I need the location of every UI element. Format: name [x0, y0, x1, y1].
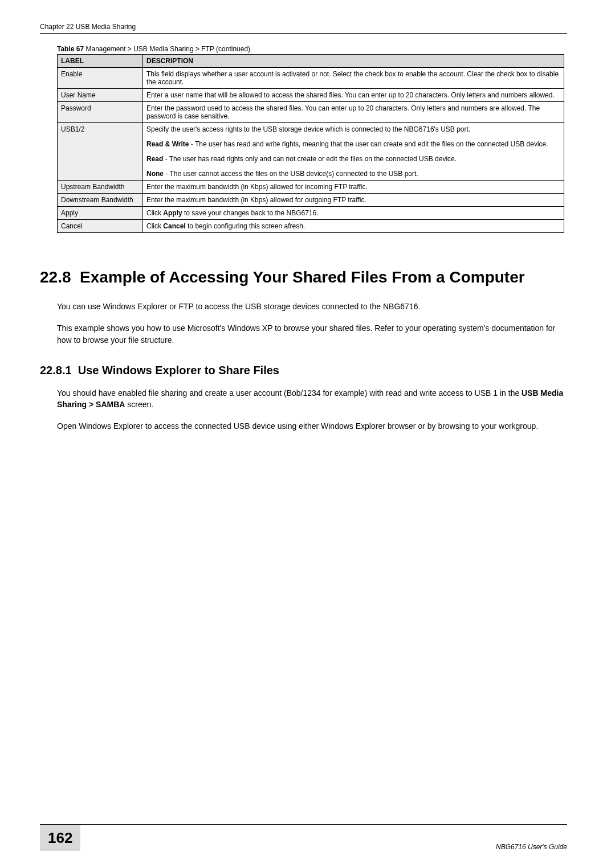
table-row: USB1/2Specify the user's access rights t…	[58, 123, 564, 181]
description-paragraph: None - The user cannot access the files …	[146, 170, 560, 178]
description-paragraph: Enter the maximum bandwidth (in Kbps) al…	[146, 196, 560, 204]
row-description: Enter the maximum bandwidth (in Kbps) al…	[143, 194, 564, 207]
description-paragraph: Click Apply to save your changes back to…	[146, 209, 560, 217]
body-paragraph: You can use Windows Explorer or FTP to a…	[57, 301, 567, 312]
row-label: Downstream Bandwidth	[58, 194, 143, 207]
description-paragraph: Enter the password used to access the sh…	[146, 104, 560, 120]
table-row: PasswordEnter the password used to acces…	[58, 102, 564, 123]
row-description: Click Apply to save your changes back to…	[143, 207, 564, 220]
chapter-heading: Chapter 22 USB Media Sharing	[40, 23, 567, 31]
row-description: Enter the maximum bandwidth (in Kbps) al…	[143, 181, 564, 194]
subsection-title: Use Windows Explorer to Share Files	[78, 364, 279, 376]
row-label: Enable	[58, 68, 143, 89]
section-heading: 22.8 Example of Accessing Your Shared Fi…	[40, 267, 567, 287]
table-caption-text: Management > USB Media Sharing > FTP (co…	[84, 45, 250, 53]
table-caption-number: Table 67	[57, 45, 84, 53]
row-description: Enter a user name that will be allowed t…	[143, 89, 564, 102]
row-description: Click Cancel to begin configuring this s…	[143, 220, 564, 233]
row-description: Enter the password used to access the sh…	[143, 102, 564, 123]
col-header-description: DESCRIPTION	[143, 55, 564, 68]
section-number: 22.8	[40, 268, 71, 286]
row-label: USB1/2	[58, 123, 143, 181]
section-title: Example of Accessing Your Shared Files F…	[80, 268, 525, 286]
row-description: Specify the user's access rights to the …	[143, 123, 564, 181]
row-label: User Name	[58, 89, 143, 102]
table-row: CancelClick Cancel to begin configuring …	[58, 220, 564, 233]
subsection-number: 22.8.1	[40, 364, 72, 376]
description-paragraph: Click Cancel to begin configuring this s…	[146, 222, 560, 230]
subsection-heading: 22.8.1 Use Windows Explorer to Share Fil…	[40, 364, 567, 377]
description-paragraph: This field displays whether a user accou…	[146, 70, 560, 86]
table-row: Downstream BandwidthEnter the maximum ba…	[58, 194, 564, 207]
description-paragraph: Specify the user's access rights to the …	[146, 125, 560, 133]
table-header-row: LABEL DESCRIPTION	[58, 55, 564, 68]
description-paragraph: Enter the maximum bandwidth (in Kbps) al…	[146, 183, 560, 191]
description-paragraph: Read - The user has read rights only and…	[146, 155, 560, 163]
body-paragraph: This example shows you how to use Micros…	[57, 322, 567, 346]
ftp-settings-table: LABEL DESCRIPTION EnableThis field displ…	[57, 54, 564, 233]
row-description: This field displays whether a user accou…	[143, 68, 564, 89]
table-row: ApplyClick Apply to save your changes ba…	[58, 207, 564, 220]
footer-guide-name: NBG6716 User's Guide	[496, 840, 567, 851]
table-caption: Table 67 Management > USB Media Sharing …	[57, 45, 567, 53]
body-paragraph: Open Windows Explorer to access the conn…	[57, 420, 567, 432]
row-label: Cancel	[58, 220, 143, 233]
row-label: Upstream Bandwidth	[58, 181, 143, 194]
table-row: User NameEnter a user name that will be …	[58, 89, 564, 102]
row-label: Password	[58, 102, 143, 123]
description-paragraph: Enter a user name that will be allowed t…	[146, 91, 560, 99]
page-number: 162	[40, 825, 80, 851]
body-paragraph: You should have enabled file sharing and…	[57, 387, 567, 411]
col-header-label: LABEL	[58, 55, 143, 68]
table-row: EnableThis field displays whether a user…	[58, 68, 564, 89]
table-row: Upstream BandwidthEnter the maximum band…	[58, 181, 564, 194]
row-label: Apply	[58, 207, 143, 220]
description-paragraph: Read & Write - The user has read and wri…	[146, 140, 560, 148]
